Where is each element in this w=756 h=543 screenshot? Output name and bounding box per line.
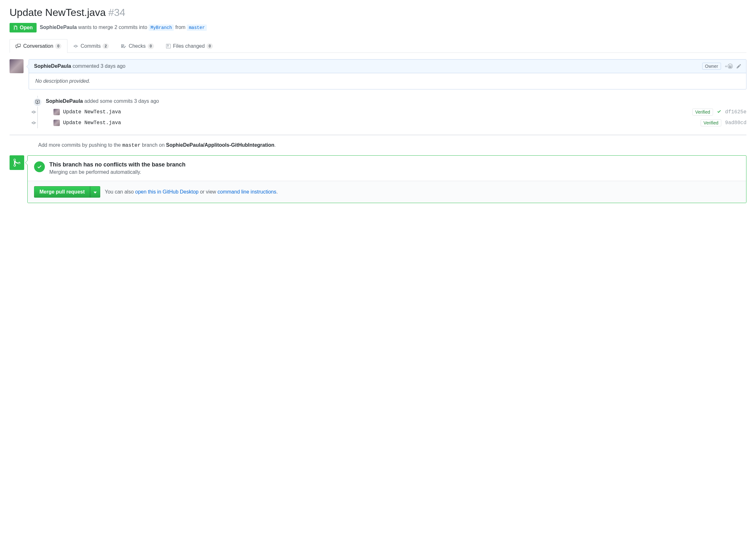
merge-dropdown-button[interactable] xyxy=(90,186,100,198)
pencil-icon xyxy=(737,64,741,69)
wants-text: wants to merge 2 commits into xyxy=(78,24,147,30)
edit-comment-button[interactable] xyxy=(737,64,741,69)
timeline-author[interactable]: SophieDePaula xyxy=(46,98,83,104)
commit-message[interactable]: Update NewTest.java xyxy=(63,120,121,126)
comment-header-right: Owner + xyxy=(702,63,741,70)
check-icon xyxy=(37,164,42,169)
timeline-badge xyxy=(33,98,42,107)
conversation-count: 0 xyxy=(55,43,61,49)
checklist-icon xyxy=(121,44,126,49)
from-word: from xyxy=(175,24,185,30)
comment-body: No description provided. xyxy=(29,73,746,89)
merge-box: This branch has no conflicts with the ba… xyxy=(27,155,746,203)
tab-files-label: Files changed xyxy=(173,43,205,49)
tab-commits[interactable]: Commits 2 xyxy=(67,39,115,53)
comment-verb: commented xyxy=(73,63,99,69)
comment-author[interactable]: SophieDePaula xyxy=(34,63,71,69)
meta-author[interactable]: SophieDePaula xyxy=(40,24,77,30)
comment-header: SophieDePaula commented 3 days ago Owner… xyxy=(29,59,746,73)
file-diff-icon xyxy=(166,44,171,49)
state-label: Open xyxy=(20,25,33,31)
state-badge: Open xyxy=(10,23,37,32)
divider xyxy=(10,135,746,135)
add-reaction-button[interactable]: + xyxy=(725,64,733,69)
commit-right: Verified df1625e xyxy=(692,108,746,115)
avatar-column xyxy=(10,59,29,128)
merge-action-row: Merge pull request You can also open thi… xyxy=(28,181,746,203)
timeline-time[interactable]: 3 days ago xyxy=(134,98,159,104)
pr-title: Update NewTest.java xyxy=(10,6,106,18)
push-hint-pre: Add more commits by pushing to the xyxy=(38,142,122,148)
files-count: 0 xyxy=(207,43,213,49)
caret-down-icon xyxy=(94,191,97,193)
commit-avatar[interactable] xyxy=(53,120,60,126)
pr-meta: Open SophieDePaula wants to merge 2 comm… xyxy=(10,23,746,32)
merge-status: This branch has no conflicts with the ba… xyxy=(28,156,746,181)
cli-instructions-link[interactable]: command line instructions xyxy=(218,189,277,194)
check-icon[interactable] xyxy=(717,109,721,115)
tabnav: Conversation 0 Commits 2 Checks 0 Files … xyxy=(10,39,746,53)
commit-row: Update NewTest.java Verified df1625e xyxy=(40,107,746,117)
commit-message[interactable]: Update NewTest.java xyxy=(63,109,121,115)
git-pull-request-icon xyxy=(13,25,18,30)
merge-alt-post: . xyxy=(277,189,278,194)
tab-conversation[interactable]: Conversation 0 xyxy=(10,39,67,53)
commit-dot xyxy=(31,112,36,112)
commit-left: Update NewTest.java xyxy=(53,120,121,126)
comment-box: SophieDePaula commented 3 days ago Owner… xyxy=(29,59,746,89)
commits-count: 2 xyxy=(102,43,109,49)
merge-alt-text: You can also open this in GitHub Desktop… xyxy=(105,189,278,195)
comment-discussion-icon xyxy=(16,44,21,49)
merge-icon-column xyxy=(10,155,27,203)
merge-check-circle xyxy=(34,161,45,172)
tab-commits-label: Commits xyxy=(81,43,101,49)
tab-checks-label: Checks xyxy=(129,43,145,49)
timeline-commits-header: SophieDePaula added some commits 3 days … xyxy=(40,96,746,107)
pr-number: #34 xyxy=(108,7,125,18)
merge-icon-box xyxy=(10,155,24,170)
git-commit-icon xyxy=(73,44,78,49)
comment-header-left: SophieDePaula commented 3 days ago xyxy=(34,63,125,69)
push-hint-mid: branch on xyxy=(141,142,166,148)
merge-section: This branch has no conflicts with the ba… xyxy=(10,155,746,203)
checks-count: 0 xyxy=(148,43,154,49)
push-hint-period: . xyxy=(274,142,276,148)
verified-badge[interactable]: Verified xyxy=(692,108,713,115)
merge-phrase: SophieDePaula wants to merge 2 commits i… xyxy=(40,24,207,31)
push-hint: Add more commits by pushing to the maste… xyxy=(38,142,746,148)
discussion: SophieDePaula commented 3 days ago Owner… xyxy=(10,59,746,128)
merge-alt-pre: You can also xyxy=(105,189,135,194)
commit-avatar[interactable] xyxy=(53,109,60,115)
commit-sha[interactable]: 9ad80cd xyxy=(725,120,746,126)
merge-status-title: This branch has no conflicts with the ba… xyxy=(49,161,185,168)
merge-status-subtitle: Merging can be performed automatically. xyxy=(49,169,185,175)
avatar[interactable] xyxy=(10,59,24,73)
push-hint-branch: master xyxy=(122,143,141,148)
commit-row: Update NewTest.java Verified 9ad80cd xyxy=(40,117,746,128)
verified-badge[interactable]: Verified xyxy=(701,119,721,126)
merge-alt-mid: or view xyxy=(199,189,218,194)
tab-files[interactable]: Files changed 0 xyxy=(160,39,219,53)
timeline-events: SophieDePaula added some commits 3 days … xyxy=(29,96,746,128)
commit-sha[interactable]: df1625e xyxy=(725,109,746,115)
merge-button[interactable]: Merge pull request xyxy=(34,186,90,198)
smiley-icon xyxy=(728,64,733,69)
commit-left: Update NewTest.java xyxy=(53,109,121,115)
git-merge-icon xyxy=(13,158,20,167)
commit-dot xyxy=(31,122,36,123)
pr-title-row: Update NewTest.java #34 xyxy=(10,6,746,18)
merge-button-group: Merge pull request xyxy=(34,186,100,198)
head-branch[interactable]: master xyxy=(187,24,207,31)
comment-time[interactable]: 3 days ago xyxy=(101,63,125,69)
base-branch[interactable]: MyBranch xyxy=(149,24,174,31)
open-in-desktop-link[interactable]: open this in GitHub Desktop xyxy=(135,189,199,194)
owner-badge: Owner xyxy=(702,63,721,70)
tab-conversation-label: Conversation xyxy=(23,43,53,49)
commit-right: Verified 9ad80cd xyxy=(701,119,746,126)
merge-status-text: This branch has no conflicts with the ba… xyxy=(49,161,185,175)
timeline-content: SophieDePaula commented 3 days ago Owner… xyxy=(29,59,746,128)
timeline-text: added some commits xyxy=(84,98,133,104)
tab-checks[interactable]: Checks 0 xyxy=(115,39,160,53)
push-hint-repo: SophieDePaula/Applitools-GitHubIntegrati… xyxy=(166,142,274,148)
repo-push-icon xyxy=(36,100,39,105)
